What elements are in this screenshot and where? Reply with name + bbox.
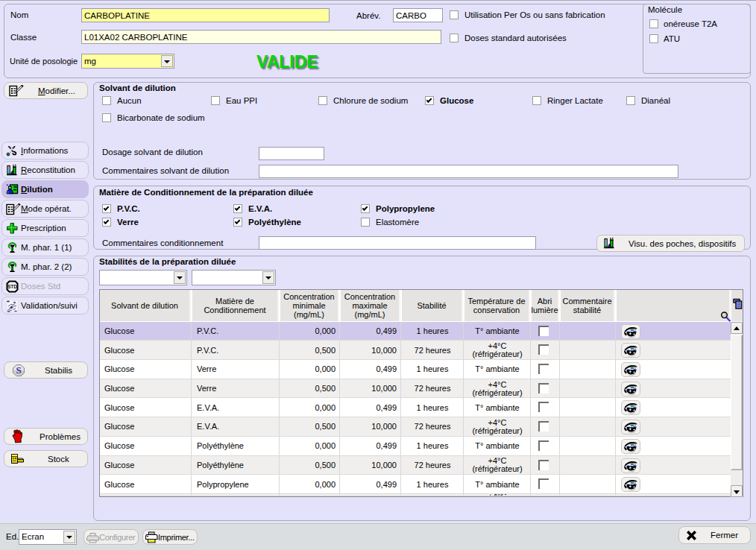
svg-text:S: S (16, 364, 21, 376)
svg-text:STD: STD (7, 284, 17, 289)
